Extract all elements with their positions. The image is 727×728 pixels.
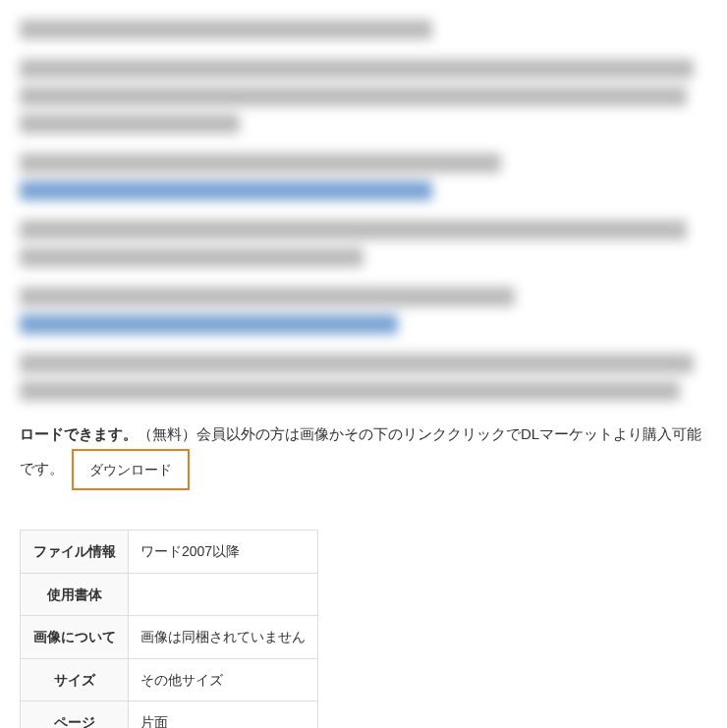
- file-info-table: ファイル情報 ワード2007以降 使用書体 画像について 画像は同梱されていませ…: [20, 530, 318, 728]
- bold-text-prefix: ロードできます。: [20, 425, 138, 442]
- table-header-image: 画像について: [21, 616, 129, 659]
- table-cell-image: 画像は同梱されていません: [129, 616, 318, 659]
- table-cell-file-info: ワード2007以降: [129, 531, 318, 574]
- table-header-font: 使用書体: [21, 573, 129, 616]
- table-header-page: ページ: [21, 701, 129, 728]
- table-row: 画像について 画像は同梱されていません: [21, 616, 318, 659]
- table-header-size: サイズ: [21, 658, 129, 701]
- table-cell-page: 片面: [129, 701, 318, 728]
- table-row: ページ 片面: [21, 701, 318, 728]
- blurred-upper-content: [20, 20, 707, 401]
- table-row: ファイル情報 ワード2007以降: [21, 531, 318, 574]
- download-button-label: ダウンロード: [89, 462, 172, 477]
- table-row: サイズ その他サイズ: [21, 658, 318, 701]
- download-button-wrapper[interactable]: ダウンロード: [72, 449, 190, 491]
- table-header-file-info: ファイル情報: [21, 531, 129, 574]
- visible-paragraph: ロードできます。（無料）会員以外の方は画像かその下のリンククリックでDLマーケッ…: [20, 420, 707, 490]
- table-cell-font: [129, 573, 318, 616]
- table-row: 使用書体: [21, 573, 318, 616]
- table-cell-size: その他サイズ: [129, 658, 318, 701]
